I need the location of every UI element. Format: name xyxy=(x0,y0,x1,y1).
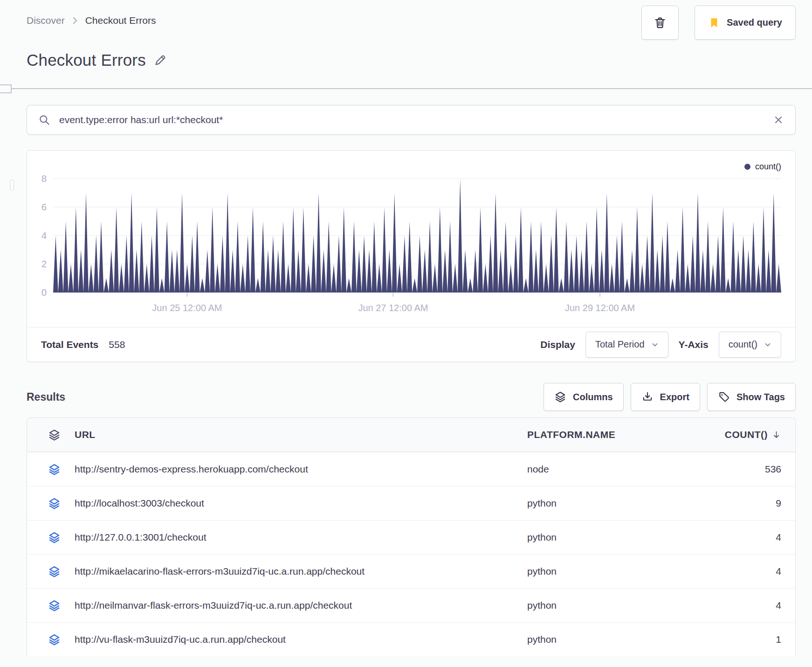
clear-search-button[interactable] xyxy=(773,114,784,125)
results-table: URL PLATFORM.NAME COUNT() http://sentry-… xyxy=(27,417,796,656)
row-actions-stack-icon[interactable] xyxy=(48,531,61,544)
row-actions-stack-icon[interactable] xyxy=(48,633,61,646)
results-heading: Results xyxy=(27,391,65,403)
row-platform: python xyxy=(527,600,681,611)
search-icon xyxy=(38,114,51,126)
row-url[interactable]: http://sentry-demos-express.herokuapp.co… xyxy=(75,464,527,475)
trash-icon xyxy=(653,16,667,30)
sidebar-collapse-handle[interactable] xyxy=(0,84,12,93)
row-url[interactable]: http://127.0.0.1:3001/checkout xyxy=(75,532,527,543)
row-platform: python xyxy=(527,634,681,645)
total-events-value: 558 xyxy=(109,339,125,350)
close-icon xyxy=(773,114,784,125)
row-actions-stack-icon[interactable] xyxy=(48,463,61,476)
row-platform: python xyxy=(527,566,681,577)
table-row: http://mikaelacarino-flask-errors-m3uuiz… xyxy=(27,554,795,588)
chevron-down-icon xyxy=(651,341,659,348)
edit-pencil-icon[interactable] xyxy=(153,53,167,67)
legend-dot xyxy=(744,164,750,170)
row-count: 536 xyxy=(681,464,781,475)
columns-button-label: Columns xyxy=(573,392,613,403)
svg-text:0: 0 xyxy=(41,287,47,298)
row-count: 1 xyxy=(681,634,781,645)
svg-text:8: 8 xyxy=(41,174,47,184)
table-header-row: URL PLATFORM.NAME COUNT() xyxy=(27,418,795,452)
table-row: http://127.0.0.1:3001/checkout python 4 xyxy=(27,520,795,554)
show-tags-button[interactable]: Show Tags xyxy=(707,383,796,411)
row-actions-stack-icon[interactable] xyxy=(48,599,61,612)
sort-descending-arrow-icon xyxy=(771,430,781,440)
table-row: http://localhost:3003/checkout python 9 xyxy=(27,486,795,520)
saved-query-button[interactable]: Saved query xyxy=(695,6,796,40)
chart-footer: Total Events 558 Display Total Period Y-… xyxy=(27,327,795,361)
page-title: Checkout Errors xyxy=(27,51,146,69)
export-button[interactable]: Export xyxy=(631,383,700,411)
table-row: http://neilmanvar-flask-errors-m3uuizd7i… xyxy=(27,588,795,622)
row-count: 9 xyxy=(681,498,781,509)
saved-query-label: Saved query xyxy=(727,17,782,28)
column-header-platform[interactable]: PLATFORM.NAME xyxy=(527,429,681,440)
table-row: http://sentry-demos-express.herokuapp.co… xyxy=(27,452,795,486)
yaxis-dropdown[interactable]: count() xyxy=(719,332,781,358)
yaxis-label: Y-Axis xyxy=(679,339,709,350)
svg-text:Jun 25 12:00 AM: Jun 25 12:00 AM xyxy=(152,303,222,313)
bookmark-icon xyxy=(708,17,720,29)
stack-header-icon xyxy=(48,429,61,441)
column-header-count[interactable]: COUNT() xyxy=(681,429,781,440)
download-icon xyxy=(641,391,654,403)
chevron-down-icon xyxy=(764,341,771,348)
row-platform: python xyxy=(527,498,681,509)
legend-label: count() xyxy=(755,162,781,172)
column-header-url[interactable]: URL xyxy=(75,429,527,440)
row-platform: node xyxy=(527,464,681,475)
row-url[interactable]: http://localhost:3003/checkout xyxy=(75,498,527,509)
row-count: 4 xyxy=(681,566,781,577)
row-url[interactable]: http://neilmanvar-flask-errors-m3uuizd7i… xyxy=(75,600,527,611)
svg-text:Jun 29 12:00 AM: Jun 29 12:00 AM xyxy=(565,303,635,313)
events-chart-panel: count() 02468Jun 25 12:00 AMJun 27 12:00… xyxy=(27,150,796,362)
tag-icon xyxy=(718,391,730,403)
row-count: 4 xyxy=(681,532,781,543)
yaxis-dropdown-value: count() xyxy=(729,339,757,350)
row-url[interactable]: http://mikaelacarino-flask-errors-m3uuiz… xyxy=(75,566,527,577)
section-divider xyxy=(0,88,812,89)
delete-query-button[interactable] xyxy=(641,6,679,40)
left-edge-handle xyxy=(10,180,14,191)
breadcrumb: Discover Checkout Errors xyxy=(27,6,156,26)
row-platform: python xyxy=(527,532,681,543)
show-tags-button-label: Show Tags xyxy=(736,392,785,403)
table-row: http://vu-flask-m3uuizd7iq-uc.a.run.app/… xyxy=(27,622,795,656)
row-actions-stack-icon[interactable] xyxy=(48,497,61,510)
breadcrumb-current: Checkout Errors xyxy=(85,15,156,26)
columns-button[interactable]: Columns xyxy=(544,383,624,411)
layers-icon xyxy=(554,391,566,403)
breadcrumb-discover[interactable]: Discover xyxy=(27,15,65,26)
svg-text:4: 4 xyxy=(41,230,47,241)
page-header: Discover Checkout Errors Saved query xyxy=(27,0,796,40)
chevron-right-icon xyxy=(71,15,79,26)
chart-legend[interactable]: count() xyxy=(744,162,781,172)
search-input[interactable] xyxy=(59,114,764,125)
svg-text:2: 2 xyxy=(41,259,47,269)
display-dropdown[interactable]: Total Period xyxy=(585,332,668,358)
display-label: Display xyxy=(540,339,575,350)
svg-text:6: 6 xyxy=(41,202,47,212)
search-bar xyxy=(27,105,796,135)
export-button-label: Export xyxy=(660,392,689,403)
row-url[interactable]: http://vu-flask-m3uuizd7iq-uc.a.run.app/… xyxy=(75,634,527,645)
svg-text:Jun 27 12:00 AM: Jun 27 12:00 AM xyxy=(358,303,428,313)
row-count: 4 xyxy=(681,600,781,611)
events-chart: 02468Jun 25 12:00 AMJun 27 12:00 AMJun 2… xyxy=(27,171,795,327)
row-actions-stack-icon[interactable] xyxy=(48,565,61,578)
total-events-label: Total Events xyxy=(41,339,98,350)
header-actions: Saved query xyxy=(641,6,796,40)
display-dropdown-value: Total Period xyxy=(595,339,645,350)
